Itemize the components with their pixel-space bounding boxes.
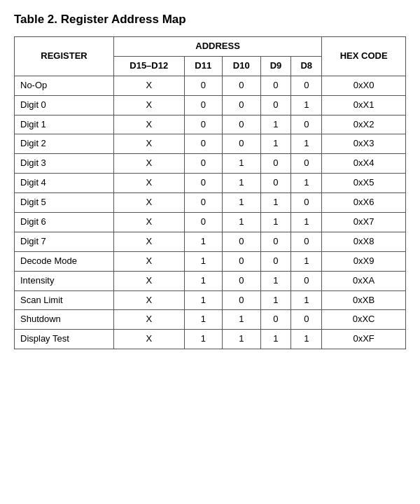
d9-cell: 1: [260, 115, 291, 134]
d15-d12-header: D15–D12: [113, 56, 184, 76]
table-row: ShutdownX11000xXC: [15, 310, 406, 330]
d15_d12-cell: X: [113, 232, 184, 251]
d15_d12-cell: X: [113, 193, 184, 213]
table-row: No-OpX00000xX0: [15, 76, 406, 95]
d11-cell: 0: [184, 213, 223, 232]
table-row: Display TestX11110xXF: [15, 330, 406, 349]
table-row: Digit 5X01100xX6: [15, 193, 406, 213]
d11-cell: 1: [184, 271, 223, 290]
register-cell: Digit 1: [15, 115, 114, 134]
hex-cell: 0xX7: [322, 213, 406, 232]
d10-cell: 0: [223, 115, 261, 134]
d15_d12-cell: X: [113, 330, 184, 349]
d15_d12-cell: X: [113, 213, 184, 232]
d8-cell: 1: [291, 213, 322, 232]
table-row: Digit 1X00100xX2: [15, 115, 406, 134]
d10-cell: 0: [223, 251, 261, 271]
d11-cell: 1: [184, 232, 223, 251]
d9-cell: 0: [260, 251, 291, 271]
d15_d12-cell: X: [113, 271, 184, 290]
d15_d12-cell: X: [113, 154, 184, 174]
d9-cell: 0: [260, 174, 291, 193]
d10-cell: 0: [223, 76, 261, 95]
table-row: Digit 6X01110xX7: [15, 213, 406, 232]
d9-cell: 1: [260, 290, 291, 310]
hex-cell: 0xXC: [322, 310, 406, 330]
table-title: Table 2. Register Address Map: [14, 13, 406, 27]
d8-cell: 0: [291, 271, 322, 290]
d9-cell: 1: [260, 271, 291, 290]
d10-cell: 1: [223, 330, 261, 349]
d8-cell: 0: [291, 154, 322, 174]
register-cell: Digit 6: [15, 213, 114, 232]
register-cell: Display Test: [15, 330, 114, 349]
hex-cell: 0xX9: [322, 251, 406, 271]
d10-cell: 1: [223, 174, 261, 193]
d9-cell: 0: [260, 76, 291, 95]
register-cell: Digit 2: [15, 134, 114, 154]
d9-cell: 1: [260, 134, 291, 154]
d8-cell: 1: [291, 330, 322, 349]
hex-cell: 0xX5: [322, 174, 406, 193]
d10-cell: 0: [223, 134, 261, 154]
d15_d12-cell: X: [113, 134, 184, 154]
d9-cell: 0: [260, 95, 291, 115]
table-row: IntensityX10100xXA: [15, 271, 406, 290]
register-cell: Scan Limit: [15, 290, 114, 310]
d9-cell: 0: [260, 154, 291, 174]
d9-cell: 0: [260, 232, 291, 251]
d9-cell: 1: [260, 330, 291, 349]
d11-cell: 1: [184, 330, 223, 349]
d9-header: D9: [260, 56, 291, 76]
register-cell: Digit 0: [15, 95, 114, 115]
d10-cell: 1: [223, 310, 261, 330]
register-cell: Decode Mode: [15, 251, 114, 271]
d8-cell: 0: [291, 76, 322, 95]
d11-cell: 1: [184, 310, 223, 330]
table-row: Digit 4X01010xX5: [15, 174, 406, 193]
table-row: Digit 0X00010xX1: [15, 95, 406, 115]
d11-cell: 0: [184, 134, 223, 154]
header-row-1: REGISTER ADDRESS HEX CODE: [15, 37, 406, 57]
d8-cell: 0: [291, 193, 322, 213]
hex-cell: 0xXB: [322, 290, 406, 310]
register-cell: Shutdown: [15, 310, 114, 330]
d10-header: D10: [223, 56, 261, 76]
address-header: ADDRESS: [113, 37, 321, 57]
d15_d12-cell: X: [113, 310, 184, 330]
table-row: Scan LimitX10110xXB: [15, 290, 406, 310]
d15_d12-cell: X: [113, 174, 184, 193]
d11-cell: 0: [184, 193, 223, 213]
table-row: Digit 7X10000xX8: [15, 232, 406, 251]
d8-cell: 1: [291, 134, 322, 154]
d10-cell: 0: [223, 95, 261, 115]
hex-cell: 0xX3: [322, 134, 406, 154]
d15_d12-cell: X: [113, 95, 184, 115]
d9-cell: 0: [260, 310, 291, 330]
d10-cell: 1: [223, 154, 261, 174]
d15_d12-cell: X: [113, 290, 184, 310]
hex-cell: 0xX8: [322, 232, 406, 251]
table-row: Decode ModeX10010xX9: [15, 251, 406, 271]
register-cell: Digit 3: [15, 154, 114, 174]
d10-cell: 0: [223, 290, 261, 310]
d8-cell: 0: [291, 232, 322, 251]
d11-cell: 0: [184, 95, 223, 115]
d8-cell: 0: [291, 115, 322, 134]
register-cell: Digit 5: [15, 193, 114, 213]
d10-cell: 1: [223, 213, 261, 232]
d8-cell: 1: [291, 174, 322, 193]
d11-cell: 0: [184, 174, 223, 193]
d8-cell: 1: [291, 251, 322, 271]
d8-cell: 0: [291, 310, 322, 330]
d15_d12-cell: X: [113, 251, 184, 271]
d15_d12-cell: X: [113, 76, 184, 95]
register-cell: Intensity: [15, 271, 114, 290]
d9-cell: 1: [260, 193, 291, 213]
d11-cell: 1: [184, 251, 223, 271]
d11-cell: 0: [184, 76, 223, 95]
hex-cell: 0xX1: [322, 95, 406, 115]
table-row: Digit 3X01000xX4: [15, 154, 406, 174]
d9-cell: 1: [260, 213, 291, 232]
hex-cell: 0xX4: [322, 154, 406, 174]
